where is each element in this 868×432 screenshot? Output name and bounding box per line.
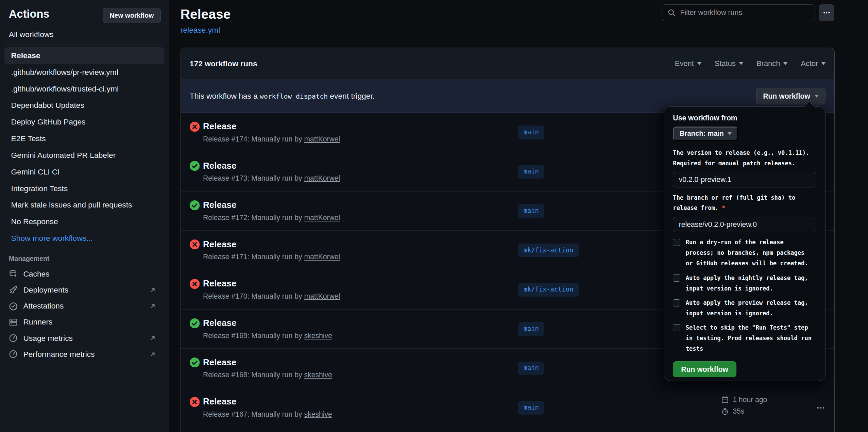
branch-badge[interactable]: main (518, 165, 544, 179)
sidebar-item-label: Deployments (23, 285, 68, 295)
run-title-link[interactable]: Release (203, 396, 236, 407)
branch-badge[interactable]: main (518, 204, 544, 218)
sidebar-item-workflow[interactable]: Deploy GitHub Pages (4, 114, 164, 130)
workflow-options-kebab-button[interactable] (819, 4, 834, 21)
sidebar-item-workflow[interactable]: Dependabot Updates (4, 97, 164, 114)
actor-link[interactable]: skeshive (304, 410, 332, 418)
run-title-link[interactable]: Release (203, 318, 236, 328)
arrow-up-right-icon (149, 334, 156, 342)
checkbox[interactable] (673, 274, 680, 281)
sidebar-item-deployments[interactable]: Deployments (0, 282, 169, 298)
workflow-file-link[interactable]: release.yml (181, 26, 220, 35)
run-duration: 35s (733, 407, 744, 415)
actor-link[interactable]: mattKorwel (304, 214, 340, 221)
filter-dropdown-branch[interactable]: Branch (756, 59, 787, 68)
actor-link[interactable]: mattKorwel (304, 253, 340, 261)
sidebar-divider (4, 45, 164, 45)
new-workflow-button[interactable]: New workflow (103, 8, 161, 23)
sidebar-item-workflow[interactable]: No Response (4, 213, 164, 230)
filter-dropdown-event[interactable]: Event (675, 59, 701, 68)
rocket-icon (9, 285, 18, 294)
x-circle-icon (190, 279, 200, 289)
run-title-link[interactable]: Release (203, 200, 236, 210)
required-asterisk: * (722, 204, 725, 211)
actor-link[interactable]: mattKorwel (304, 174, 340, 182)
sidebar-item-all-workflows[interactable]: All workflows (0, 27, 169, 43)
meter-icon (9, 334, 18, 343)
workflow-input-checkbox[interactable]: Select to skip the "Run Tests" step in t… (673, 322, 816, 354)
run-workflow-submit-button[interactable]: Run workflow (673, 361, 736, 377)
version-input-description: The version to release (e.g., v0.1.11). … (673, 148, 816, 169)
branch-badge[interactable]: main (518, 401, 544, 415)
actor-link[interactable]: mattKorwel (304, 292, 340, 300)
branch-badge[interactable]: mk/fix-action (518, 244, 579, 257)
ref-input[interactable] (673, 217, 816, 232)
sidebar-item-caches[interactable]: Caches (0, 266, 169, 282)
workflow-run-row[interactable]: ReleaseRelease #167: Manually run by ske… (181, 388, 835, 428)
sidebar-item-attestations[interactable]: Attestations (0, 298, 169, 314)
kebab-horizontal-icon (823, 9, 831, 17)
checkbox[interactable] (673, 324, 680, 331)
calendar-icon (721, 396, 729, 404)
actor-link[interactable]: skeshive (304, 371, 332, 379)
branch-badge[interactable]: main (518, 362, 544, 376)
filter-dropdown-actor[interactable]: Actor (801, 59, 826, 68)
sidebar-item-workflow[interactable]: E2E Tests (4, 130, 164, 147)
sidebar-item-workflow[interactable]: .github/workflows/pr-review.yml (4, 64, 164, 81)
run-title-link[interactable]: Release (203, 121, 236, 132)
checkbox-label: Auto apply the nightly release tag, inpu… (686, 273, 808, 294)
sidebar-item-label: Usage metrics (23, 334, 73, 343)
workflow-input-checkbox[interactable]: Auto apply the nightly release tag, inpu… (673, 273, 816, 294)
run-title-link[interactable]: Release (203, 357, 236, 368)
run-title-link[interactable]: Release (203, 161, 236, 171)
run-description: Release #170: Manually run by mattKorwel (203, 292, 340, 300)
arrow-up-right-icon (149, 286, 156, 294)
checkbox-label: Run a dry-run of the release process; no… (686, 237, 808, 269)
run-description: Release #174: Manually run by mattKorwel (203, 135, 340, 143)
workflow-input-checkbox[interactable]: Run a dry-run of the release process; no… (673, 237, 816, 269)
run-workflow-dropdown-button[interactable]: Run workflow (756, 88, 826, 104)
actions-sidebar: Actions New workflow All workflows Relea… (0, 0, 169, 432)
chevron-down-icon (783, 62, 787, 65)
arrow-up-right-icon (149, 351, 156, 358)
ref-input-description: The branch or ref (full git sha) to rele… (673, 193, 816, 214)
sidebar-item-performance-metrics[interactable]: Performance metrics (0, 346, 169, 362)
sidebar-item-workflow[interactable]: Integration Tests (4, 180, 164, 197)
workflow-list: Release.github/workflows/pr-review.yml.g… (0, 47, 169, 230)
workflow-input-checkbox[interactable]: Auto apply the preview release tag, inpu… (673, 298, 816, 319)
checkbox[interactable] (673, 239, 680, 246)
run-workflow-popover: Use workflow from Branch: main The versi… (664, 106, 825, 381)
sidebar-item-workflow[interactable]: Release (4, 47, 164, 64)
show-more-workflows-link[interactable]: Show more workflows... (4, 230, 164, 247)
workflow-dispatch-code: workflow_dispatch (260, 93, 328, 100)
run-description: Release #173: Manually run by mattKorwel (203, 174, 340, 182)
actor-link[interactable]: skeshive (304, 332, 332, 339)
sidebar-item-workflow[interactable]: .github/workflows/trusted-ci.yml (4, 81, 164, 97)
branch-badge[interactable]: mk/fix-action (518, 283, 579, 297)
check-circle-icon (190, 318, 200, 328)
actor-link[interactable]: mattKorwel (304, 135, 340, 143)
run-kebab-button[interactable] (816, 403, 825, 414)
filter-dropdown-status[interactable]: Status (715, 59, 743, 68)
sidebar-item-workflow[interactable]: Mark stale issues and pull requests (4, 197, 164, 213)
checkbox-label: Select to skip the "Run Tests" step in t… (686, 322, 812, 354)
banner-text: This workflow has a workflow_dispatch ev… (190, 92, 375, 101)
run-title-link[interactable]: Release (203, 278, 236, 289)
verified-icon (9, 302, 18, 311)
sidebar-item-workflow[interactable]: Gemini CLI CI (4, 164, 164, 180)
filter-workflow-runs-input[interactable]: Filter workflow runs (662, 4, 815, 21)
x-circle-icon (190, 239, 200, 249)
run-title-link[interactable]: Release (203, 239, 236, 250)
version-input[interactable] (673, 172, 816, 187)
page-title: Release (181, 7, 231, 22)
branch-badge[interactable]: main (518, 322, 544, 336)
chevron-down-icon (821, 62, 826, 65)
x-circle-icon (190, 397, 200, 407)
sidebar-item-workflow[interactable]: Gemini Automated PR Labeler (4, 147, 164, 164)
sidebar-item-runners[interactable]: Runners (0, 314, 169, 330)
checkbox[interactable] (673, 299, 680, 306)
sidebar-item-usage-metrics[interactable]: Usage metrics (0, 330, 169, 346)
branch-badge[interactable]: main (518, 126, 544, 139)
chevron-down-icon (739, 62, 743, 65)
branch-select-button[interactable]: Branch: main (673, 127, 738, 141)
